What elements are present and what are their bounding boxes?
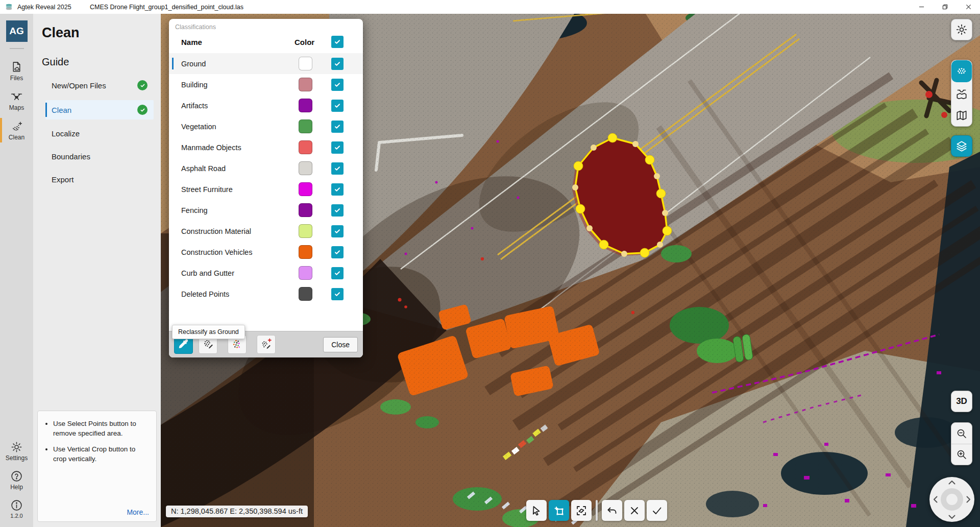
color-swatch[interactable] [299, 287, 312, 301]
document-tab-title[interactable]: CMES Drone Flight_group1_densified_point… [90, 4, 243, 11]
classification-row-manmade-objects[interactable]: Manmade Objects [169, 137, 363, 158]
toggle-all-checkbox[interactable] [331, 36, 344, 48]
question-icon [10, 470, 23, 483]
visibility-checkbox[interactable] [331, 267, 344, 279]
guide-step-new-open-files[interactable]: New/Open Files [45, 76, 154, 95]
classification-row-asphalt-road[interactable]: Asphalt Road [169, 158, 363, 179]
visibility-checkbox[interactable] [331, 225, 344, 237]
cursor-icon [530, 505, 543, 517]
classification-row-street-furniture[interactable]: Street Furniture [169, 179, 363, 200]
navigation-wheel-ring[interactable] [941, 488, 963, 511]
classifications-panel: Classifications Name Color Ground [169, 19, 363, 357]
color-swatch[interactable] [299, 182, 312, 196]
guide-step-clean[interactable]: Clean [45, 100, 154, 119]
check-icon [334, 207, 341, 214]
visibility-checkbox[interactable] [331, 79, 344, 91]
guide-heading: Guide [42, 56, 161, 68]
visibility-checkbox[interactable] [331, 288, 344, 300]
zoom-in-button[interactable] [951, 444, 972, 465]
guide-step-localize[interactable]: Localize [45, 125, 154, 142]
check-icon [334, 270, 341, 277]
completed-check-badge [137, 105, 148, 115]
classification-row-artifacts[interactable]: Artifacts [169, 95, 363, 116]
select-points-tool-button[interactable] [549, 500, 569, 521]
chevron-right-icon [967, 496, 971, 503]
pan-right-button[interactable] [966, 495, 971, 504]
visibility-checkbox[interactable] [331, 204, 344, 217]
visibility-checkbox[interactable] [331, 121, 344, 133]
color-swatch[interactable] [299, 266, 312, 280]
drone-map-view-button[interactable] [951, 82, 972, 104]
pan-left-button[interactable] [933, 495, 938, 504]
window-controls [910, 0, 980, 14]
guide-step-export[interactable]: Export [45, 171, 154, 188]
color-swatch[interactable] [299, 161, 312, 175]
color-swatch[interactable] [299, 78, 312, 91]
check-icon [651, 505, 663, 517]
classification-row-construction-vehicles[interactable]: Construction Vehicles [169, 242, 363, 262]
classification-row-building[interactable]: Building [169, 74, 363, 95]
confirm-button[interactable] [647, 500, 667, 521]
color-swatch[interactable] [299, 224, 312, 238]
visibility-checkbox[interactable] [331, 100, 344, 112]
viewport-settings-button[interactable] [951, 19, 972, 40]
visibility-checkbox[interactable] [331, 162, 344, 175]
visibility-checkbox[interactable] [331, 141, 344, 154]
colored-point-cluster-icon [231, 338, 243, 351]
zoom-out-button[interactable] [951, 423, 972, 444]
chevron-down-icon [948, 515, 955, 519]
rail-bottom: Settings Help 1.2.0 [0, 437, 33, 527]
rail-item-files[interactable]: Files [0, 56, 33, 86]
layers-button[interactable] [951, 135, 972, 157]
color-swatch[interactable] [299, 140, 312, 154]
coordinates-readout: N: 1,298,045.867 E: 2,350,398.594 us-ft [166, 506, 308, 517]
minimize-button[interactable] [910, 0, 933, 14]
completed-check-badge [137, 80, 148, 90]
color-swatch[interactable] [299, 119, 312, 133]
rail-item-help[interactable]: Help [0, 466, 33, 495]
vertical-crop-tool-button[interactable] [571, 500, 592, 521]
guide-step-boundaries[interactable]: Boundaries [45, 148, 154, 165]
classification-row-vegetation[interactable]: Vegetation [169, 116, 363, 137]
more-link[interactable]: More... [127, 508, 149, 516]
rail-item-maps[interactable]: Maps [0, 86, 33, 115]
zoom-out-icon [955, 427, 968, 440]
classifications-header-row: Name Color [169, 32, 363, 53]
close-button[interactable]: Close [323, 337, 358, 352]
agtek-logo: AG [6, 20, 28, 42]
column-header-color: Color [295, 38, 314, 46]
cancel-button[interactable] [624, 500, 645, 521]
classification-name: Deleted Points [181, 290, 229, 298]
classification-row-ground[interactable]: Ground [169, 53, 363, 74]
restore-button[interactable] [933, 0, 957, 14]
classification-row-deleted-points[interactable]: Deleted Points [169, 283, 363, 304]
rail-item-clean[interactable]: Clean [0, 115, 33, 145]
chevron-up-icon [948, 480, 955, 485]
divider [10, 48, 24, 49]
visibility-checkbox[interactable] [331, 183, 344, 196]
three-d-button[interactable]: 3D [951, 391, 972, 412]
color-swatch[interactable] [299, 203, 312, 217]
edit-toolbar [526, 500, 669, 521]
classification-name: Construction Material [181, 227, 251, 235]
pointer-tool-button[interactable] [526, 500, 547, 521]
rail-item-settings[interactable]: Settings [0, 437, 33, 466]
color-swatch[interactable] [299, 57, 312, 70]
classification-row-construction-material[interactable]: Construction Material [169, 221, 363, 242]
classification-row-fencing[interactable]: Fencing [169, 200, 363, 221]
close-window-button[interactable] [957, 0, 980, 14]
map-view-button[interactable] [951, 104, 972, 126]
visibility-checkbox[interactable] [331, 246, 344, 258]
visibility-checkbox[interactable] [331, 58, 344, 70]
rail-item-version[interactable]: 1.2.0 [0, 495, 33, 523]
add-classification-button[interactable] [257, 335, 276, 354]
classification-row-curb-and-gutter[interactable]: Curb and Gutter [169, 262, 363, 283]
navigation-wheel[interactable] [929, 477, 974, 522]
rail-item-label: Help [10, 484, 23, 491]
undo-button[interactable] [602, 500, 622, 521]
pan-up-button[interactable] [948, 480, 956, 485]
pan-down-button[interactable] [948, 514, 956, 519]
point-cloud-view-button[interactable] [951, 60, 972, 82]
color-swatch[interactable] [299, 99, 312, 112]
color-swatch[interactable] [299, 245, 312, 259]
